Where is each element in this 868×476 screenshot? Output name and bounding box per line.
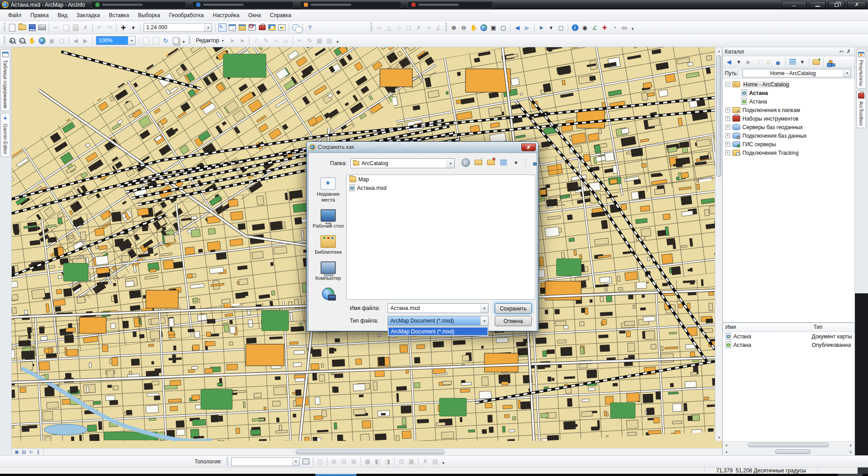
tree-expander-icon[interactable]: + xyxy=(725,116,730,121)
toggle-contents-panel-icon[interactable] xyxy=(825,57,835,67)
menu-item-2[interactable]: Правка xyxy=(26,10,54,20)
construct-topology-icon[interactable]: ⊞ xyxy=(329,457,339,467)
time-slider-icon[interactable]: ◔ xyxy=(610,22,619,32)
add-data-icon[interactable]: ✚ xyxy=(118,22,128,32)
toolbar-overflow-icon[interactable]: ▾ xyxy=(629,22,636,32)
table-horizontal-scrollbar[interactable]: ◂ ▸ xyxy=(723,441,854,448)
fix-topology-error-icon[interactable]: ◨ xyxy=(383,457,393,467)
generalize-icon[interactable]: ∠ xyxy=(434,22,443,32)
table-row[interactable]: АстанаОпубликованна xyxy=(723,341,854,349)
zoom-in-tool-icon[interactable] xyxy=(7,36,17,45)
fixed-zoom-out-icon[interactable]: ▢ xyxy=(57,36,67,45)
menu-item-4[interactable]: Закладка xyxy=(72,10,104,20)
back-dropdown-icon[interactable]: ▾ xyxy=(734,57,744,67)
menu-item-7[interactable]: Геообработка xyxy=(165,10,208,20)
up-one-level-icon[interactable]: ↑ xyxy=(754,57,764,67)
tab-table-of-contents[interactable]: Таблица содержания xyxy=(0,49,10,111)
menu-item-1[interactable]: Файл xyxy=(4,10,26,20)
identify-icon[interactable]: i xyxy=(570,22,580,32)
table-scroll-thumb[interactable] xyxy=(748,443,829,447)
map-topology-icon[interactable] xyxy=(301,457,311,467)
dialog-title-bar[interactable]: Сохранить как ✗ xyxy=(307,142,538,153)
fixed-zoom-in-icon[interactable]: ▣ xyxy=(47,36,57,45)
connections-icon[interactable] xyxy=(291,22,301,32)
catalog-tree-item[interactable]: +Подключения к папкам xyxy=(723,106,854,114)
copy-icon[interactable] xyxy=(61,22,71,32)
previous-extent-icon[interactable]: ◀ xyxy=(512,22,522,32)
add-data-dropdown-icon[interactable]: ▾ xyxy=(128,22,138,32)
rebuild-topology-icon[interactable]: ⊠ xyxy=(349,457,359,467)
map-horizontal-scrollbar[interactable]: ▣ ▤ ↻ ∥ ⋮⋮⋮ xyxy=(12,448,722,455)
editor-menu-button[interactable]: Редактор xyxy=(192,36,227,45)
views-icon[interactable] xyxy=(498,157,508,167)
sidebar-item-network[interactable] xyxy=(312,287,344,300)
menu-item-9[interactable]: Окна xyxy=(244,10,266,20)
sketch-tool-icon[interactable]: ✎ xyxy=(261,36,271,45)
sidebar-item-desktop[interactable]: Рабочий стол xyxy=(312,209,344,229)
topology-validate-icon[interactable]: ▦ xyxy=(407,457,416,467)
taskbar-item[interactable] xyxy=(838,474,863,476)
zoom-percent-combo[interactable]: 100%▾ xyxy=(96,36,136,45)
scroll-left-icon[interactable]: ◂ xyxy=(723,448,730,455)
edit-tool-icon[interactable]: ➤ xyxy=(227,36,237,45)
find-icon[interactable]: ◉ xyxy=(580,22,590,32)
tree-expander-icon[interactable]: − xyxy=(725,82,730,87)
panel-bottom-scrollbar[interactable]: ◂ ▸ xyxy=(723,448,854,455)
clear-errors-icon[interactable]: ✗ xyxy=(420,457,430,467)
minimize-button[interactable] xyxy=(809,1,826,9)
combo-dropdown-icon[interactable]: ▾ xyxy=(843,69,850,77)
straight-segment-icon[interactable]: ∕ xyxy=(251,36,261,45)
table-row[interactable]: АстанаДокумент карты xyxy=(723,332,854,341)
select-topology-nodes-icon[interactable]: ◫ xyxy=(315,457,325,467)
tab-results[interactable]: Результаты xyxy=(856,49,866,89)
table-of-contents-icon[interactable] xyxy=(227,22,237,32)
tab-garmin-editor[interactable]: Garmin Editor xyxy=(0,113,10,157)
scroll-down-icon[interactable]: ▾ xyxy=(715,434,723,441)
error-inspector-icon[interactable]: ⊡ xyxy=(397,457,407,467)
select-features-icon[interactable]: ➤ xyxy=(536,22,546,32)
tree-expander-icon[interactable]: + xyxy=(725,142,730,147)
full-extent-icon[interactable] xyxy=(479,22,488,32)
catalog-tree-item[interactable]: Астана xyxy=(723,97,854,106)
data-view-icon[interactable] xyxy=(141,36,151,45)
full-extent-icon[interactable] xyxy=(37,36,47,45)
split-tool-icon[interactable]: ✂ xyxy=(295,36,305,45)
dialog-close-icon[interactable]: ✗ xyxy=(521,144,536,151)
combo-dropdown-icon[interactable]: ▾ xyxy=(447,159,454,168)
data-view-button[interactable]: ▣ xyxy=(14,449,20,454)
fixed-zoom-out-icon[interactable]: ▢ xyxy=(498,22,508,32)
pan-icon[interactable]: ✋ xyxy=(469,22,479,32)
tab-arctoolbox[interactable]: ArcToolbox xyxy=(856,90,866,128)
tree-expander-icon[interactable]: + xyxy=(725,125,730,130)
horizontal-scroll-thumb[interactable]: ⋮⋮⋮ xyxy=(296,449,444,454)
refresh-view-icon[interactable]: ↻ xyxy=(161,36,171,45)
close-panel-icon[interactable]: ✗ xyxy=(845,49,852,54)
sketch-properties-icon[interactable]: ▤ xyxy=(325,36,335,45)
connect-to-folder-icon[interactable] xyxy=(811,57,821,67)
trim-line-icon[interactable]: ✗ xyxy=(414,22,424,32)
forward-icon[interactable]: ▶ xyxy=(744,57,754,67)
whats-this-help-icon[interactable]: ? xyxy=(305,22,315,32)
pin-panel-icon[interactable]: ↧ xyxy=(838,49,845,54)
combo-dropdown-icon[interactable]: ▾ xyxy=(480,316,488,325)
catalog-tree-item[interactable]: +Подключения Tracking xyxy=(723,148,854,157)
menu-item-5[interactable]: Вставка xyxy=(104,10,134,20)
cut-icon[interactable]: ✂ xyxy=(51,22,61,32)
zoom-out-tool-icon[interactable] xyxy=(17,36,27,45)
default-geodatabase-icon[interactable]: ⌂ xyxy=(530,157,540,167)
menu-item-3[interactable]: Вид xyxy=(53,10,72,20)
taskbar-item[interactable] xyxy=(315,474,357,476)
forward-extent-icon[interactable]: ▶ xyxy=(81,36,90,45)
trace-tool-icon[interactable]: ≈ xyxy=(271,36,281,45)
modify-edge-icon[interactable]: ⊟ xyxy=(339,457,349,467)
print-icon[interactable] xyxy=(37,22,47,32)
pan-tool-icon[interactable]: ✋ xyxy=(27,36,37,45)
combo-dropdown-icon[interactable]: ▾ xyxy=(292,458,299,466)
up-folder-icon[interactable] xyxy=(473,157,483,167)
edit-annotation-tool-icon[interactable]: ➤ xyxy=(237,36,247,45)
default-geodatabase-icon[interactable]: ⌂ xyxy=(773,57,783,67)
toolbar-overflow-icon[interactable]: ▾ xyxy=(440,457,447,467)
polygon-tool-icon[interactable]: ▱ xyxy=(281,36,291,45)
validate-topology-visible-icon[interactable]: ◧ xyxy=(373,457,383,467)
column-header-тип[interactable]: Тип xyxy=(811,323,854,332)
